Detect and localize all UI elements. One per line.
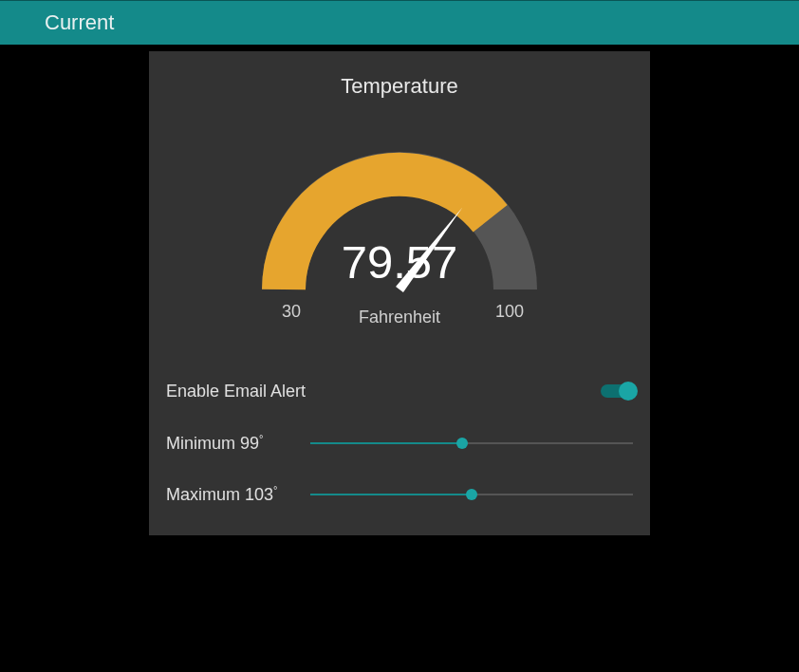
gauge-unit: Fahrenheit — [359, 308, 440, 327]
minimum-label: Minimum 99° — [166, 433, 289, 454]
gauge-min-label: 30 — [282, 302, 301, 322]
minimum-label-text: Minimum 99 — [166, 434, 259, 453]
maximum-label: Maximum 103° — [166, 484, 289, 505]
email-alert-toggle[interactable] — [601, 384, 633, 398]
degree-symbol: ° — [273, 484, 277, 495]
toggle-knob — [619, 382, 638, 401]
degree-symbol: ° — [259, 433, 263, 444]
page-header: Current — [0, 0, 799, 45]
minimum-slider[interactable] — [310, 434, 633, 453]
controls-section: Enable Email Alert Minimum 99° Maximum 1… — [166, 380, 633, 505]
gauge-max-label: 100 — [495, 302, 524, 322]
gauge-wrapper: 79.57 Fahrenheit 30 100 — [166, 152, 633, 332]
slider-fill — [310, 494, 472, 495]
main-content: Temperature 79.57 Fahrenheit 30 100 — [0, 45, 799, 535]
maximum-row: Maximum 103° — [166, 484, 633, 505]
minimum-row: Minimum 99° — [166, 433, 633, 454]
slider-fill — [310, 442, 462, 444]
card-title: Temperature — [166, 74, 633, 99]
temperature-card: Temperature 79.57 Fahrenheit 30 100 — [149, 51, 650, 535]
page-title: Current — [45, 10, 114, 35]
temperature-gauge: 79.57 Fahrenheit 30 100 — [262, 152, 537, 332]
slider-thumb[interactable] — [466, 489, 477, 500]
slider-thumb[interactable] — [456, 438, 468, 449]
email-alert-label: Enable Email Alert — [166, 382, 306, 401]
gauge-value: 79.57 — [342, 235, 458, 289]
email-alert-row: Enable Email Alert — [166, 380, 633, 402]
maximum-label-text: Maximum 103 — [166, 485, 273, 504]
maximum-slider[interactable] — [310, 485, 633, 504]
